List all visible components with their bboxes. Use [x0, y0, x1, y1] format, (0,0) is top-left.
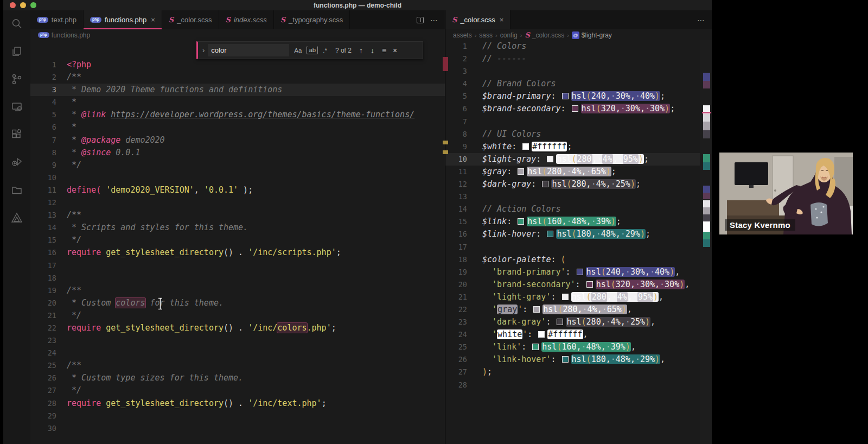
find-input[interactable]: [208, 44, 289, 56]
code-line[interactable]: 1// Colors: [445, 40, 712, 53]
code-line[interactable]: 28require get_stylesheet_directory() . '…: [30, 397, 445, 410]
code-line[interactable]: 29: [30, 410, 445, 422]
more-actions-icon[interactable]: ⋯: [430, 16, 438, 24]
code-line[interactable]: 10$light-gray: hsl(280,·4%,·95%);: [445, 153, 712, 166]
color-swatch[interactable]: [542, 181, 548, 187]
code-line[interactable]: 17: [445, 241, 712, 253]
code-line[interactable]: 30: [30, 422, 445, 435]
code-line[interactable]: 4 *: [30, 96, 445, 109]
code-line[interactable]: 18: [30, 272, 445, 284]
code-line[interactable]: 15 */: [30, 234, 445, 246]
color-swatch[interactable]: [557, 319, 563, 325]
regex-icon[interactable]: .*: [321, 47, 329, 54]
code-line[interactable]: 7 * @package demo2020: [30, 134, 445, 147]
code-line[interactable]: 26 * Custom type sizes for this theme.: [30, 372, 445, 384]
code-line[interactable]: 25 'link': hsl(160,·48%,·39%),: [445, 341, 712, 353]
tab-text-php[interactable]: phptext.php: [30, 10, 84, 29]
left-editor[interactable]: 1<?php2/**3 * Demo 2020 Theme functions …: [30, 59, 445, 435]
tab-close-icon[interactable]: ×: [500, 16, 504, 24]
code-line[interactable]: 27);: [445, 366, 712, 378]
tab-index-scss[interactable]: Sindex.scss: [219, 10, 274, 29]
remote-explorer-icon[interactable]: [9, 99, 24, 115]
breadcrumb-item[interactable]: S_color.scss: [525, 31, 564, 39]
code-line[interactable]: 22require get_stylesheet_directory() . '…: [30, 322, 445, 334]
code-line[interactable]: 8 * @since 0.0.1: [30, 147, 445, 159]
breadcrumb-item[interactable]: config: [500, 31, 518, 39]
files-icon[interactable]: [9, 44, 24, 59]
code-line[interactable]: 21 'light-gray': hsl(280,·4%,·95%),: [445, 291, 712, 303]
code-line[interactable]: 5 * @link https://developer.wordpress.or…: [30, 109, 445, 121]
code-line[interactable]: 1<?php: [30, 59, 445, 71]
code-line[interactable]: 20 'brand-secondary': hsl(320,·30%,·30%)…: [445, 278, 712, 291]
code-line[interactable]: 25/**: [30, 359, 445, 372]
color-swatch[interactable]: [533, 306, 540, 313]
code-line[interactable]: 2// ------: [445, 53, 712, 65]
code-line[interactable]: 18$color-palette: (: [445, 253, 712, 266]
tab--color-scss[interactable]: S_color.scss: [162, 10, 219, 29]
tab--typography-scss[interactable]: S_typography.scss: [274, 10, 350, 29]
find-close-icon[interactable]: ×: [393, 46, 397, 55]
split-editor-icon[interactable]: [417, 17, 424, 23]
more-actions-icon[interactable]: ⋯: [697, 16, 705, 24]
code-line[interactable]: 24: [30, 347, 445, 359]
code-line[interactable]: 19 'brand-primary': hsl(240,·30%,·40%),: [445, 266, 712, 278]
breadcrumb-item[interactable]: phpfunctions.php: [38, 31, 90, 39]
code-line[interactable]: 16$link-hover: hsl(180,·48%,·29%);: [445, 228, 712, 240]
code-line[interactable]: 12$dark-gray: hsl(280,·4%,·25%);: [445, 178, 712, 191]
search-icon[interactable]: [9, 16, 24, 31]
code-line[interactable]: 14 * Scripts and styles for this theme.: [30, 221, 445, 234]
code-line[interactable]: 14// Action Colors: [445, 203, 712, 215]
code-line[interactable]: 24 'white': #ffffff,: [445, 328, 712, 341]
code-line[interactable]: 2/**: [30, 71, 445, 84]
find-next-icon[interactable]: ↓: [371, 46, 374, 55]
tab--color-scss[interactable]: S_color.scss×: [445, 10, 510, 29]
extensions-icon[interactable]: [9, 127, 24, 142]
code-line[interactable]: 13: [445, 191, 712, 203]
code-line[interactable]: 17: [30, 259, 445, 272]
code-line[interactable]: 28: [445, 379, 712, 391]
color-swatch[interactable]: [572, 105, 578, 112]
color-swatch[interactable]: [532, 344, 539, 350]
color-swatch[interactable]: [586, 281, 593, 288]
code-line[interactable]: 21 */: [30, 309, 445, 322]
code-line[interactable]: 8// UI Colors: [445, 128, 712, 141]
code-line[interactable]: 23: [30, 334, 445, 347]
breadcrumb-item[interactable]: @$light-gray: [572, 31, 612, 39]
color-swatch[interactable]: [562, 294, 569, 300]
code-line[interactable]: 26 'link-hover': hsl(180,·48%,·29%),: [445, 353, 712, 366]
right-editor[interactable]: 1// Colors2// ------34// Brand Colors5$b…: [445, 40, 712, 391]
code-line[interactable]: 11$gray: hsl(280,·4%,·65%);: [445, 166, 712, 178]
tab-functions-php[interactable]: phpfunctions.php×: [84, 10, 162, 29]
code-line[interactable]: 23 'dark-gray': hsl(280,·4%,·25%),: [445, 316, 712, 328]
right-breadcrumb[interactable]: assets›sass›config›S_color.scss›@$light-…: [445, 29, 712, 41]
code-line[interactable]: 19/**: [30, 284, 445, 297]
code-line[interactable]: 11define( 'demo2020_VERSION', '0.0.1' );: [30, 184, 445, 196]
code-line[interactable]: 10: [30, 172, 445, 184]
color-swatch[interactable]: [538, 331, 545, 338]
code-line[interactable]: 3 * Demo 2020 Theme functions and defini…: [30, 84, 445, 96]
color-swatch[interactable]: [518, 168, 524, 175]
code-line[interactable]: 9 */: [30, 159, 445, 172]
find-expand-chevron-icon[interactable]: ›: [202, 46, 205, 54]
find-previous-icon[interactable]: ↑: [359, 46, 363, 55]
code-line[interactable]: 22 'gray': hsl(280,·4%,·65%),: [445, 303, 712, 316]
code-line[interactable]: 7: [445, 116, 712, 128]
color-swatch[interactable]: [562, 93, 569, 99]
find-in-selection-icon[interactable]: ≡: [382, 46, 386, 55]
code-line[interactable]: 12: [30, 196, 445, 209]
code-line[interactable]: 15$link: hsl(160,·48%,·39%);: [445, 215, 712, 228]
color-swatch[interactable]: [577, 269, 583, 275]
color-swatch[interactable]: [518, 218, 524, 225]
code-line[interactable]: 5$brand-primary: hsl(240,·30%,·40%);: [445, 90, 712, 103]
match-case-icon[interactable]: Aa: [292, 47, 303, 54]
breadcrumb-item[interactable]: sass: [479, 31, 493, 39]
left-breadcrumb[interactable]: phpfunctions.php: [30, 29, 445, 41]
code-line[interactable]: 3: [445, 65, 712, 78]
tab-close-icon[interactable]: ×: [151, 16, 155, 24]
code-line[interactable]: 20 * Custom colors for this theme.: [30, 297, 445, 309]
color-swatch[interactable]: [562, 356, 569, 363]
source-control-icon[interactable]: [9, 72, 24, 87]
breadcrumb-item[interactable]: assets: [453, 31, 472, 39]
code-line[interactable]: 16require get_stylesheet_directory() . '…: [30, 246, 445, 259]
code-line[interactable]: 6 *: [30, 121, 445, 134]
